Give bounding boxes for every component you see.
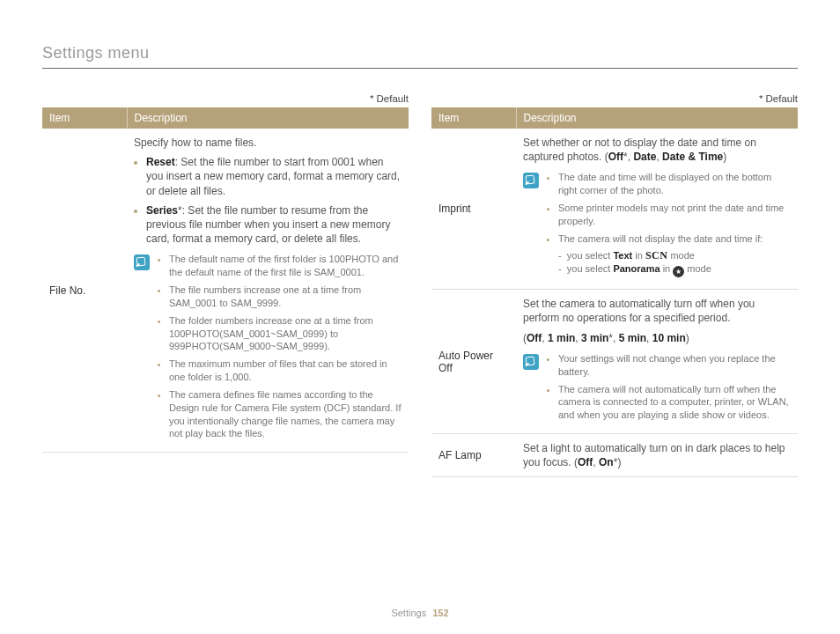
table-header-row: Item Description [42, 107, 409, 129]
note-list: The default name of the first folder is … [157, 253, 402, 445]
apo-desc: Set the camera to automatically turn off… [523, 297, 791, 325]
options-list: Reset: Set the file number to start from… [134, 155, 402, 246]
row-file-no: File No. Specify how to name files. Rese… [42, 129, 409, 453]
note-icon [523, 173, 539, 188]
sub-item-text: you select Text in SCN mode [558, 248, 791, 262]
footer-section: Settings [391, 608, 426, 618]
scn-mode-label: SCN [645, 249, 668, 262]
default-note-left: * Default [42, 93, 409, 104]
note-item: The camera defines file names according … [169, 388, 402, 440]
left-column: * Default Item Description File No. Spec… [42, 93, 409, 477]
settings-table-left: Item Description File No. Specify how to… [42, 107, 409, 453]
note-list: The date and time will be displayed on t… [546, 171, 791, 282]
item-desc: Set the camera to automatically turn off… [516, 290, 798, 434]
note-item: Your settings will not change when you r… [558, 352, 791, 379]
intro-line: Specify how to name files. [134, 136, 402, 150]
row-auto-power-off: Auto Power Off Set the camera to automat… [431, 290, 798, 434]
note-list: Your settings will not change when you r… [546, 352, 791, 426]
sub-list: you select Text in SCN mode you select P… [558, 248, 791, 278]
note-item: The file numbers increase one at a time … [169, 284, 402, 310]
note-icon [523, 354, 539, 370]
footer-page-number: 152 [432, 608, 448, 618]
item-label: Imprint [431, 129, 516, 290]
item-label: Auto Power Off [431, 290, 516, 434]
page-title: Settings menu [42, 44, 798, 69]
note-item: Some printer models may not print the da… [558, 202, 791, 228]
item-label: AF Lamp [431, 434, 516, 477]
note-icon [134, 254, 150, 270]
aflamp-desc: Set a light to automatically turn on in … [523, 441, 791, 469]
note-item: The camera will not display the date and… [558, 232, 791, 278]
note-item: The default name of the first folder is … [169, 253, 402, 279]
item-label: File No. [42, 129, 127, 453]
document-page: Settings menu * Default Item Description… [0, 0, 840, 634]
note-box-apo: Your settings will not change when you r… [523, 352, 791, 426]
imprint-desc: Set whether or not to display the date a… [523, 136, 791, 164]
th-item: Item [42, 107, 127, 129]
sub-item-panorama: you select Panorama in mode [558, 262, 791, 278]
table-header-row: Item Description [431, 107, 798, 129]
note-item: The camera will not automatically turn o… [558, 383, 791, 423]
opt-series: Series*: Set the file number to resume f… [146, 203, 402, 247]
page-footer: Settings 152 [0, 608, 840, 618]
th-desc: Description [516, 107, 798, 129]
item-desc: Specify how to name files. Reset: Set th… [127, 129, 409, 453]
magic-mode-icon [673, 266, 684, 277]
apo-options: (Off, 1 min, 3 min*, 5 min, 10 min) [523, 331, 791, 345]
row-imprint: Imprint Set whether or not to display th… [431, 129, 798, 290]
default-note-right: * Default [431, 93, 798, 104]
row-af-lamp: AF Lamp Set a light to automatically tur… [431, 434, 798, 477]
th-item: Item [431, 107, 516, 129]
item-desc: Set a light to automatically turn on in … [516, 434, 798, 477]
note-item: The date and time will be displayed on t… [558, 171, 791, 197]
note-item: The folder numbers increase one at a tim… [169, 314, 402, 354]
opt-reset: Reset: Set the file number to start from… [146, 155, 402, 198]
th-desc: Description [127, 107, 409, 129]
note-item: The maximum number of files that can be … [169, 358, 402, 384]
item-desc: Set whether or not to display the date a… [516, 129, 798, 290]
settings-table-right: Item Description Imprint Set whether or … [431, 107, 798, 477]
right-column: * Default Item Description Imprint Set w… [431, 93, 798, 477]
note-box-fileno: The default name of the first folder is … [134, 253, 402, 445]
note-box-imprint: The date and time will be displayed on t… [523, 171, 791, 282]
content-columns: * Default Item Description File No. Spec… [42, 93, 798, 477]
